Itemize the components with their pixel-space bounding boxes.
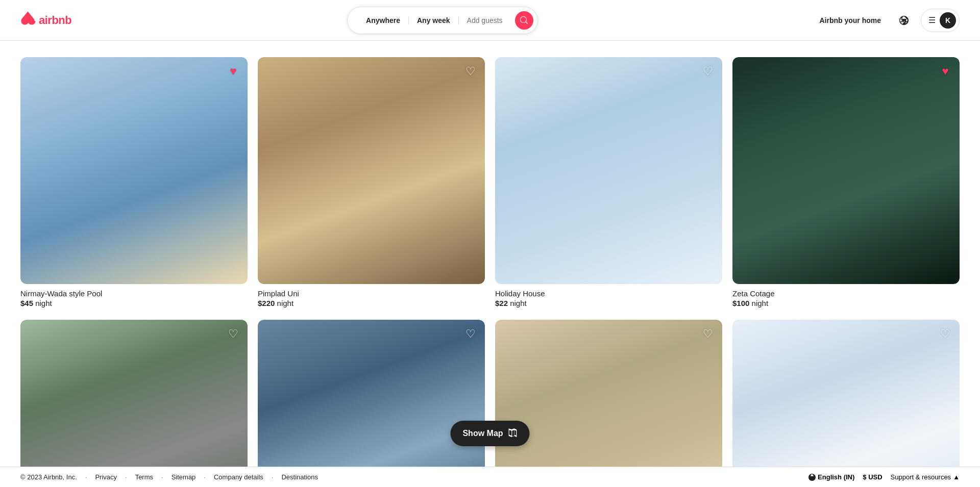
listing-image-wrap: ♡ [732, 320, 960, 487]
listing-image-wrap: ♡ [495, 320, 722, 487]
search-button[interactable] [515, 11, 533, 30]
heart-icon: ♡ [703, 327, 713, 341]
heart-icon: ♡ [465, 327, 476, 341]
heart-icon: ♡ [228, 327, 238, 341]
footer: © 2023 Airbnb, Inc. · Privacy · Terms · … [0, 467, 980, 487]
wishlist-button[interactable]: ♡ [462, 326, 479, 342]
listing-price: $45 night [20, 299, 248, 307]
footer-language: English (IN) [818, 473, 854, 481]
heart-icon: ♥ [230, 65, 236, 78]
search-guests[interactable]: Add guests [459, 16, 511, 24]
listing-info: Zeta Cotage $100 night [732, 289, 960, 307]
wishlist-button[interactable]: ♡ [937, 326, 953, 342]
footer-terms-link[interactable]: Terms [135, 473, 153, 481]
listing-card[interactable]: ♡ Pimplad Uni $220 night [258, 57, 485, 307]
listing-card[interactable]: ♡ Chantil Hill Station Loading... [20, 320, 248, 487]
header: airbnb Anywhere Any week Add guests Airb… [0, 0, 980, 41]
footer-company-link[interactable]: Company details [214, 473, 263, 481]
listing-info: Pimplad Uni $220 night [258, 289, 485, 307]
listing-card[interactable]: ♡ Swim Villa Loading... [258, 320, 485, 487]
wishlist-button[interactable]: ♡ [700, 326, 716, 342]
hamburger-icon: ☰ [928, 15, 936, 25]
listing-info: Nirmay-Wada style Pool $45 night [20, 289, 248, 307]
footer-privacy-link[interactable]: Privacy [95, 473, 117, 481]
wishlist-button[interactable]: ♡ [462, 63, 479, 80]
footer-destinations-link[interactable]: Destinations [281, 473, 318, 481]
heart-icon: ♡ [940, 327, 950, 341]
map-icon [508, 428, 518, 439]
heart-icon: ♡ [465, 65, 476, 78]
listing-card[interactable]: ♡ Casa Villa Loading... [732, 320, 960, 487]
heart-icon: ♥ [942, 65, 948, 78]
footer-copyright: © 2023 Airbnb, Inc. [20, 473, 77, 481]
footer-right: English (IN) $ USD Support & resources ▲ [808, 473, 960, 481]
listing-name: Zeta Cotage [732, 289, 960, 298]
listing-price: $100 night [732, 299, 960, 307]
listing-image-wrap: ♡ [20, 320, 248, 487]
listing-image-wrap: ♡ [258, 320, 485, 487]
wishlist-button[interactable]: ♥ [937, 63, 953, 80]
listing-image-wrap: ♥ [20, 57, 248, 284]
listing-card[interactable]: ♥ Zeta Cotage $100 night [732, 57, 960, 307]
listing-name: Nirmay-Wada style Pool [20, 289, 248, 298]
footer-currency-button[interactable]: $ USD [863, 473, 882, 481]
footer-sitemap-link[interactable]: Sitemap [172, 473, 196, 481]
show-map-container: Show Map [450, 421, 529, 446]
footer-left: © 2023 Airbnb, Inc. · Privacy · Terms · … [20, 473, 318, 481]
search-bar[interactable]: Anywhere Any week Add guests [347, 7, 538, 34]
wishlist-button[interactable]: ♡ [700, 63, 716, 80]
logo-text: airbnb [39, 14, 71, 27]
listing-price: $220 night [258, 299, 485, 307]
listing-card[interactable]: ♥ Nirmay-Wada style Pool $45 night [20, 57, 248, 307]
search-week[interactable]: Any week [409, 16, 459, 24]
footer-currency: $ USD [863, 473, 882, 481]
listing-info: Holiday House $22 night [495, 289, 722, 307]
listing-image-wrap: ♡ [258, 57, 485, 284]
main-content: ♥ Nirmay-Wada style Pool $45 night ♡ Pim… [0, 41, 980, 487]
heart-icon: ♡ [703, 65, 713, 78]
footer-support-button[interactable]: Support & resources ▲ [891, 473, 960, 481]
search-location[interactable]: Anywhere [358, 16, 409, 24]
footer-support-label: Support & resources [891, 473, 951, 481]
user-menu[interactable]: ☰ K [921, 9, 960, 32]
logo[interactable]: airbnb [20, 10, 71, 30]
header-right: Airbnb your home ☰ K [813, 9, 960, 32]
listing-price: $22 night [495, 299, 722, 307]
listing-image-wrap: ♥ [732, 57, 960, 284]
avatar: K [940, 12, 956, 29]
chevron-up-icon: ▲ [953, 473, 960, 481]
show-map-button[interactable]: Show Map [450, 421, 529, 446]
language-button[interactable] [895, 12, 913, 29]
show-map-label: Show Map [462, 429, 503, 438]
airbnb-logo-icon [20, 10, 36, 30]
listing-name: Pimplad Uni [258, 289, 485, 298]
listing-name: Holiday House [495, 289, 722, 298]
listing-card[interactable]: ♡ Holiday House $22 night [495, 57, 722, 307]
listing-image-wrap: ♡ [495, 57, 722, 284]
airbnb-your-home-link[interactable]: Airbnb your home [813, 12, 887, 29]
wishlist-button[interactable]: ♥ [225, 63, 241, 80]
listing-card[interactable]: ♡ Relaxing India Loading... [495, 320, 722, 487]
wishlist-button[interactable]: ♡ [225, 326, 241, 342]
language-currency-button[interactable]: English (IN) [808, 473, 854, 481]
